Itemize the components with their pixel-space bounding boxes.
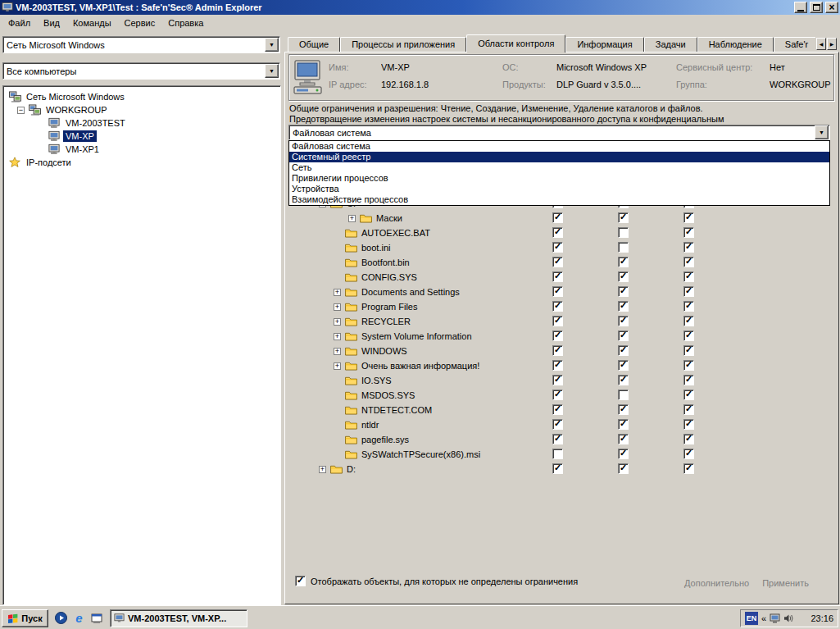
- permission-checkbox-0[interactable]: [552, 404, 563, 415]
- permission-checkbox-0[interactable]: [552, 257, 563, 267]
- object-row-18[interactable]: +D:: [288, 462, 830, 476]
- tab-3[interactable]: Информация: [565, 37, 643, 52]
- dropdown-arrow-icon[interactable]: ▼: [265, 38, 279, 52]
- control-scope-combobox[interactable]: Файловая система ▼: [288, 125, 830, 140]
- permission-checkbox-0[interactable]: [552, 390, 563, 400]
- object-row-9[interactable]: +System Volume Information: [288, 329, 830, 344]
- permission-checkbox-2[interactable]: [683, 434, 694, 444]
- close-button[interactable]: ×: [825, 2, 838, 13]
- permission-checkbox-1[interactable]: [618, 242, 629, 253]
- permission-checkbox-0[interactable]: [552, 463, 563, 474]
- permission-checkbox-1[interactable]: [618, 463, 629, 474]
- permission-checkbox-2[interactable]: [683, 375, 694, 385]
- object-row-15[interactable]: ntldr: [288, 417, 830, 432]
- permission-checkbox-1[interactable]: [618, 360, 629, 371]
- permission-checkbox-2[interactable]: [683, 242, 694, 253]
- object-row-14[interactable]: NTDETECT.COM: [288, 403, 830, 417]
- permission-checkbox-0[interactable]: [552, 212, 563, 223]
- expand-icon[interactable]: +: [334, 303, 341, 311]
- object-row-8[interactable]: +RECYCLER: [288, 314, 830, 329]
- permission-checkbox-0[interactable]: [552, 301, 563, 312]
- quick-launch-show-desktop-icon[interactable]: [90, 611, 104, 625]
- dropdown-option-3[interactable]: Привилегии процессов: [289, 173, 829, 184]
- permission-checkbox-2[interactable]: [683, 449, 694, 459]
- permission-checkbox-2[interactable]: [683, 257, 694, 267]
- permission-checkbox-2[interactable]: [683, 212, 694, 223]
- permission-checkbox-1[interactable]: [618, 271, 629, 282]
- permission-checkbox-2[interactable]: [683, 345, 694, 356]
- permission-checkbox-0[interactable]: [552, 449, 563, 459]
- object-row-4[interactable]: Bootfont.bin: [288, 255, 830, 270]
- tab-1[interactable]: Процессы и приложения: [340, 37, 466, 52]
- tree-item-0[interactable]: Сеть Microsoft Windows: [3, 90, 280, 103]
- menu-item-2[interactable]: Команды: [66, 16, 118, 30]
- tab-5[interactable]: Наблюдение: [697, 37, 774, 52]
- tray-display-icon[interactable]: [770, 613, 780, 623]
- tree-item-1[interactable]: −WORKGROUP: [3, 103, 280, 116]
- expand-icon[interactable]: +: [334, 348, 341, 355]
- permission-checkbox-1[interactable]: [618, 345, 629, 356]
- permission-checkbox-2[interactable]: [683, 330, 694, 341]
- computers-filter-combobox[interactable]: Все компьютеры ▼: [2, 62, 280, 80]
- show-objects-checkbox[interactable]: [295, 576, 306, 586]
- dropdown-arrow-icon[interactable]: ▼: [815, 125, 829, 139]
- permission-checkbox-0[interactable]: [552, 316, 563, 326]
- permission-checkbox-0[interactable]: [552, 419, 563, 430]
- permission-checkbox-2[interactable]: [683, 404, 694, 415]
- permission-checkbox-1[interactable]: [618, 449, 629, 459]
- expand-icon[interactable]: +: [348, 215, 356, 222]
- permission-checkbox-0[interactable]: [552, 330, 563, 341]
- tab-scroll-left-button[interactable]: ◀: [816, 38, 826, 50]
- permission-checkbox-1[interactable]: [618, 375, 629, 385]
- object-row-16[interactable]: pagefile.sys: [288, 432, 830, 447]
- permission-checkbox-1[interactable]: [618, 330, 629, 341]
- permission-checkbox-2[interactable]: [683, 419, 694, 430]
- network-type-combobox[interactable]: Сеть Microsoft Windows ▼: [2, 36, 280, 53]
- quick-launch-internet-explorer-icon[interactable]: e: [72, 611, 86, 625]
- permission-checkbox-1[interactable]: [618, 301, 629, 312]
- collapse-icon[interactable]: −: [17, 107, 25, 114]
- dropdown-option-2[interactable]: Сеть: [289, 162, 829, 173]
- object-row-7[interactable]: +Program Files: [288, 299, 830, 314]
- permission-checkbox-1[interactable]: [618, 390, 629, 400]
- advanced-button[interactable]: Дополнительно: [684, 578, 749, 588]
- dropdown-option-4[interactable]: Устройства: [289, 184, 829, 194]
- tab-0[interactable]: Общие: [288, 37, 340, 52]
- expand-icon[interactable]: +: [334, 362, 341, 370]
- object-row-10[interactable]: +WINDOWS: [288, 344, 830, 358]
- object-row-3[interactable]: boot.ini: [288, 240, 830, 255]
- permission-checkbox-0[interactable]: [552, 345, 563, 356]
- language-indicator[interactable]: EN: [745, 612, 758, 625]
- permission-checkbox-2[interactable]: [683, 301, 694, 312]
- tab-6[interactable]: Safe'r: [774, 37, 815, 52]
- expand-icon[interactable]: +: [334, 289, 341, 296]
- permission-checkbox-2[interactable]: [683, 271, 694, 282]
- dropdown-arrow-icon[interactable]: ▼: [265, 64, 279, 78]
- permission-checkbox-1[interactable]: [618, 286, 629, 297]
- object-row-17[interactable]: SySWatchTPSecure(x86).msi: [288, 447, 830, 462]
- menu-item-0[interactable]: Файл: [2, 16, 37, 30]
- dropdown-option-5[interactable]: Взаимодействие процессов: [289, 194, 829, 205]
- quick-launch-media-player-icon[interactable]: [54, 611, 68, 625]
- permission-checkbox-2[interactable]: [683, 360, 694, 371]
- tree-item-2[interactable]: VM-2003TEST: [3, 116, 280, 130]
- tree-item-4[interactable]: VM-XP1: [3, 143, 280, 156]
- permission-checkbox-1[interactable]: [618, 212, 629, 223]
- permission-checkbox-1[interactable]: [618, 404, 629, 415]
- dropdown-option-0[interactable]: Файловая система: [289, 141, 829, 152]
- permission-checkbox-2[interactable]: [683, 316, 694, 326]
- permission-checkbox-2[interactable]: [683, 390, 694, 400]
- dropdown-option-1[interactable]: Системный реестр: [289, 152, 829, 162]
- object-row-1[interactable]: +Маски: [288, 211, 830, 226]
- permission-checkbox-0[interactable]: [552, 434, 563, 444]
- minimize-button[interactable]: [794, 2, 807, 13]
- tray-volume-icon[interactable]: [783, 613, 793, 623]
- permission-checkbox-2[interactable]: [683, 463, 694, 474]
- permission-checkbox-1[interactable]: [618, 227, 629, 238]
- permission-checkbox-0[interactable]: [552, 242, 563, 253]
- show-undefined-objects-option[interactable]: Отображать объекты, для которых не опред…: [295, 576, 578, 586]
- menu-item-4[interactable]: Справка: [161, 16, 210, 30]
- permission-checkbox-0[interactable]: [552, 375, 563, 385]
- start-button[interactable]: Пуск: [2, 609, 48, 627]
- permission-checkbox-1[interactable]: [618, 316, 629, 326]
